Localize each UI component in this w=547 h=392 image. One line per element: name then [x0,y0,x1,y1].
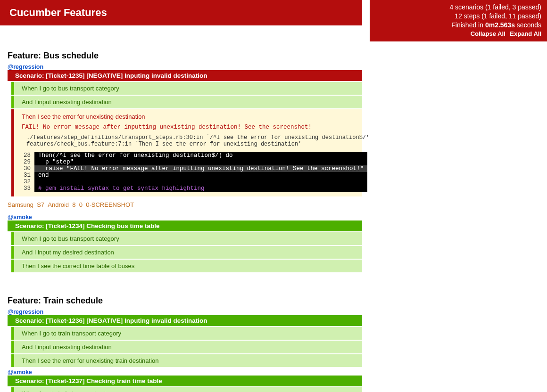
scenario-header[interactable]: Scenario: [Ticket-1235] [NEGATIVE] Input… [8,70,362,81]
code-line: end [34,172,367,179]
scenario-tag[interactable]: @smoke [8,369,362,376]
step-passed: And I input unexisting destination [11,341,362,353]
page-title: Cucumber Features [0,0,362,25]
step-failed: Then I see the error for unexisting dest… [11,109,362,196]
code-line-number: 28 [22,152,34,159]
step-passed: And I input unexisting destination [11,96,362,108]
code-snippet: 28Then(/^I see the error for unexisting … [22,152,367,192]
code-line-number: 29 [22,159,34,165]
failure-message: FAIL! No error message after inputting u… [22,124,356,131]
scenario-tag[interactable]: @regression [8,309,362,315]
code-line-number: 31 [22,172,34,179]
failed-step-name: Then I see the error for unexisting dest… [22,113,356,120]
screenshot-link[interactable]: Samsung_S7_Android_8_0_0-SCREENSHOT [8,201,362,208]
scenario-header[interactable]: Scenario: [Ticket-1236] [NEGATIVE] Input… [8,315,362,326]
summary-finished: Finished in 0m2.563s seconds [375,21,541,30]
step-passed: Then I see the correct time table of bus… [11,260,362,272]
scenario-header[interactable]: Scenario: [Ticket-1237] Checking train t… [8,376,362,386]
summary-panel: 4 scenarios (1 failed, 3 passed) 12 step… [370,0,547,41]
summary-steps: 12 steps (1 failed, 11 passed) [375,12,541,21]
step-passed: When I go to train transport category [11,327,362,340]
scenario-header[interactable]: Scenario: [Ticket-1234] Checking bus tim… [8,220,362,231]
failure-backtrace: ./features/step_definitions/transport_st… [26,134,356,147]
scenario-tag[interactable]: @smoke [8,214,362,220]
code-line: p "step" [34,159,367,165]
step-passed: And I input my desired destination [11,246,362,259]
code-line: Then(/^I see the error for unexisting de… [34,152,367,159]
code-line-number: 30 [22,165,34,172]
collapse-all-link[interactable]: Collapse All [471,30,506,37]
code-line: raise "FAIL! No error message after inpu… [34,165,367,172]
summary-scenarios: 4 scenarios (1 failed, 3 passed) [375,3,541,12]
step-passed: When I go to bus transport category [11,232,362,245]
feature-title: Feature: Bus schedule [8,51,362,61]
code-line-number: 33 [22,185,34,192]
expand-all-link[interactable]: Expand All [510,30,541,37]
code-line: # gem install syntax to get syntax highl… [34,185,367,192]
code-line [34,179,367,185]
code-line-number: 32 [22,179,34,185]
feature-title: Feature: Train schedule [8,296,362,306]
step-passed: When I go to bus transport category [11,82,362,95]
scenario-tag[interactable]: @regression [8,64,362,70]
step-passed: When I go to train transport category [11,387,362,392]
step-passed: Then I see the error for unexisting trai… [11,354,362,367]
